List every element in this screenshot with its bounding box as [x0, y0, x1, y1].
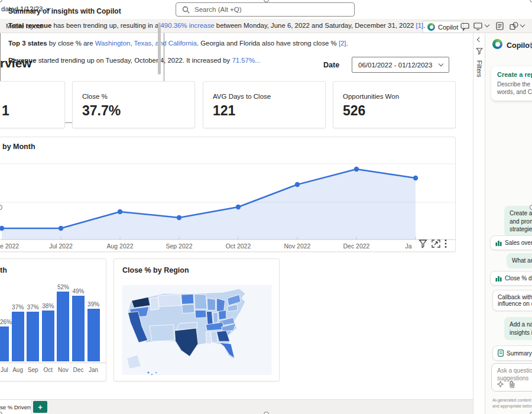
visual-toolbar	[419, 239, 447, 248]
copilot-reply-card[interactable]: Callback within 3 influence on clos	[492, 290, 532, 311]
focus-mode-icon[interactable]	[432, 240, 440, 248]
reply-card-text: Callback within 3 influence on clos	[498, 294, 532, 307]
bar-chart-icon	[495, 240, 502, 246]
copilot-action-card[interactable]: Close % drive	[490, 271, 532, 286]
map-card[interactable]: Close % by Region	[113, 258, 280, 381]
kpi-card-clipped[interactable]: 1	[0, 81, 65, 128]
bar[interactable]	[0, 326, 9, 361]
bar-value-label: 37%	[12, 304, 24, 310]
user-chat-bubble[interactable]: Add a narra insights in t	[504, 317, 532, 340]
document-icon	[498, 350, 504, 357]
bar-chart-icon	[495, 275, 502, 282]
powerbi-app: dated 1/12/23 Search (Alt +Q) Mobile lay…	[0, 0, 532, 414]
kpi-value: 1	[2, 103, 9, 119]
bar-value-label: 37%	[27, 304, 39, 310]
copilot-action-card[interactable]: Sales overvie	[490, 235, 532, 250]
bar-value-label: 39%	[87, 301, 99, 308]
line-chart[interactable]: e 2022Jul 2022Aug 2022Sep 2022Oct 2022No…	[0, 137, 456, 253]
kpi-value: 37.7%	[82, 103, 121, 119]
filter-icon[interactable]	[419, 239, 427, 248]
action-card-label: Sales overvie	[505, 240, 532, 246]
kpi-label: Opportunities Won	[343, 93, 399, 100]
scrollbar[interactable]	[158, 22, 161, 75]
page-tab-close-drivers[interactable]: se % Drivers	[0, 400, 31, 414]
copilot-action-card[interactable]: Summary cre	[492, 345, 532, 361]
bar-value-label: 52%	[57, 284, 69, 290]
data-point[interactable]	[236, 205, 241, 209]
x-category-label: Jan	[89, 367, 98, 373]
filters-pane-label: Filters	[476, 60, 483, 77]
data-point[interactable]	[118, 209, 122, 214]
x-tick-label: Dec 2022	[343, 242, 370, 250]
summary-content: Summary of insights with Copilot Total r…	[8, 7, 518, 73]
line-area	[2, 169, 416, 240]
bar[interactable]	[27, 312, 39, 361]
line-chart-card[interactable]: by Month e 2022Jul 2022Aug 2022Sep 2022O…	[0, 137, 456, 252]
selection-handle[interactable]	[530, 412, 532, 414]
bar[interactable]	[87, 309, 100, 361]
bar-value-label: 38%	[42, 303, 54, 309]
kpi-label: Close %	[82, 93, 108, 100]
filters-pane-collapsed[interactable]: Filters	[473, 33, 485, 414]
x-tick-label: e 2022	[0, 242, 19, 250]
citation-link[interactable]: [2]	[339, 40, 346, 47]
citation-link[interactable]: [1]	[416, 22, 424, 29]
kpi-label: AVG Days to Close	[213, 93, 271, 100]
bar[interactable]	[72, 296, 85, 361]
selection-handle[interactable]	[530, 205, 532, 210]
user-chat-bubble[interactable]: What are t	[507, 253, 532, 269]
summary-paragraph: Top 3 states by close % are Washington, …	[8, 38, 518, 48]
x-category-label: Oct	[44, 367, 53, 373]
x-category-label: Sep	[28, 367, 38, 373]
copilot-input[interactable]: Ask a question or suggestions	[491, 363, 532, 392]
link-text[interactable]: 490.36% increase	[161, 22, 215, 29]
user-chat-bubble[interactable]: Create a re and promo strategies.	[504, 206, 532, 237]
link-text[interactable]: 71.57%...	[232, 57, 260, 64]
suggestion-body: Describe the rep words, and Copi	[497, 80, 532, 96]
summary-paragraph: Revenue started trending up on Tuesday, …	[8, 56, 518, 66]
kpi-value: 121	[213, 103, 235, 119]
x-tick-label: Ja	[405, 242, 411, 250]
bar[interactable]	[57, 292, 69, 361]
bar-chart[interactable]: 26%Jul37%Aug37%Sep38%Oct52%Nov49%Dec39%J…	[0, 259, 106, 381]
x-category-label: Dec	[73, 367, 84, 373]
attach-icon[interactable]	[509, 381, 515, 388]
data-point[interactable]	[59, 226, 63, 231]
us-map[interactable]	[120, 285, 274, 375]
kpi-value: 526	[343, 103, 365, 119]
x-tick-label: Sep 2022	[166, 242, 193, 250]
bar-value-label: 26%	[0, 319, 12, 325]
bar[interactable]	[12, 312, 24, 361]
kpi-card-opps-won[interactable]: Opportunities Won 526	[333, 81, 456, 128]
data-point[interactable]	[177, 215, 181, 220]
copilot-panel-title: Copilot	[507, 41, 532, 50]
x-tick-label: Jul 2022	[49, 242, 73, 250]
page-tab-bar: se % Drivers +	[0, 399, 473, 414]
more-options-icon[interactable]	[445, 239, 447, 248]
selection-handle[interactable]	[264, 412, 269, 414]
bar-value-label: 49%	[72, 288, 84, 295]
kpi-card-close-pct[interactable]: Close % 37.7%	[72, 81, 195, 128]
action-card-label: Close % drive	[505, 275, 532, 282]
expand-pane-icon[interactable]	[477, 37, 482, 42]
input-placeholder: Ask a question or suggestions	[497, 367, 532, 382]
x-tick-label: Aug 2022	[107, 242, 134, 250]
x-tick-label: Nov 2022	[284, 242, 311, 250]
action-card-label: Summary cre	[507, 350, 532, 357]
copilot-panel: Copilot Pr Create a repo Describe the re…	[485, 33, 532, 414]
copilot-icon	[492, 39, 502, 49]
add-page-button[interactable]: +	[33, 401, 47, 413]
data-point[interactable]	[295, 182, 300, 187]
data-point[interactable]	[413, 176, 418, 180]
summary-title: Summary of insights with Copilot	[8, 7, 518, 15]
data-point[interactable]	[354, 167, 359, 172]
copilot-suggestion-card[interactable]: Create a repo Describe the rep words, an…	[491, 66, 532, 101]
bar[interactable]	[42, 310, 54, 361]
sparkle-icon[interactable]	[497, 381, 504, 387]
link-text[interactable]: Washington, Texas, and California	[95, 40, 197, 47]
x-category-label: Jul	[1, 367, 8, 373]
suggestion-title: Create a repo	[497, 71, 532, 78]
bar-chart-card[interactable]: th 26%Jul37%Aug37%Sep38%Oct52%Nov49%Dec3…	[0, 258, 106, 381]
kpi-card-avg-days[interactable]: AVG Days to Close 121	[203, 81, 326, 128]
filter-icon	[476, 47, 483, 55]
